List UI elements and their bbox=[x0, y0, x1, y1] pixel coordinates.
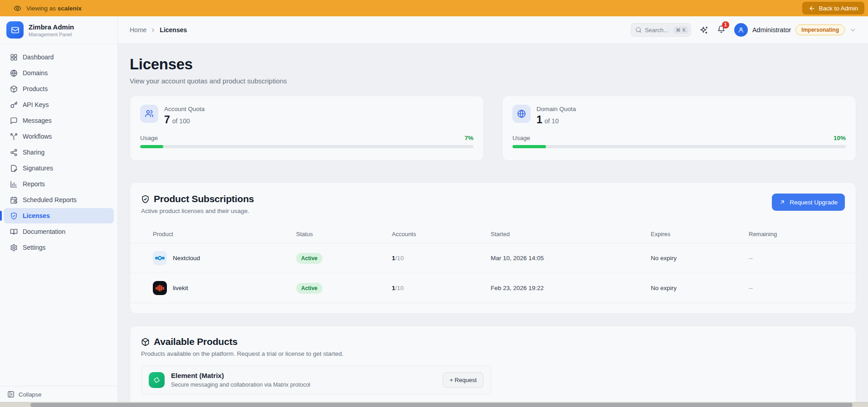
chevron-right-icon bbox=[150, 27, 156, 33]
package-icon bbox=[141, 338, 150, 346]
chevron-down-icon bbox=[849, 27, 856, 34]
sidebar-menu: Dashboard Domains Products API Keys Mess… bbox=[0, 44, 117, 386]
share-icon bbox=[10, 149, 18, 156]
search-shortcut-kbd: ⌘ K bbox=[673, 26, 688, 34]
breadcrumb-home-link[interactable]: Home bbox=[130, 26, 146, 34]
horizontal-scrollbar bbox=[0, 402, 868, 407]
accounts-total: /10 bbox=[395, 285, 404, 291]
sidebar-item-scheduled-reports[interactable]: Scheduled Reports bbox=[4, 192, 114, 208]
page-subtitle: View your account quotas and product sub… bbox=[130, 77, 856, 85]
livekit-logo-icon bbox=[153, 281, 167, 295]
sidebar-item-label: Signatures bbox=[23, 165, 53, 172]
quota-cards: Account Quota 7of 100 Usage 7% bbox=[130, 96, 856, 161]
nextcloud-logo-icon bbox=[153, 251, 167, 265]
arrow-up-right-icon bbox=[779, 199, 785, 205]
search-placeholder: Search... bbox=[645, 27, 668, 34]
element-logo-icon bbox=[149, 372, 165, 388]
col-status: Status bbox=[296, 231, 392, 237]
topbar: Home Licenses Search... ⌘ K 1 bbox=[118, 16, 868, 44]
panel-collapse-icon bbox=[7, 391, 15, 398]
sidebar-item-domains[interactable]: Domains bbox=[4, 65, 114, 81]
expires-cell: No expiry bbox=[651, 255, 749, 262]
status-badge: Active bbox=[296, 283, 322, 294]
sidebar-item-signatures[interactable]: Signatures bbox=[4, 160, 114, 176]
app-subtitle: Management Panel bbox=[29, 32, 74, 37]
search-input[interactable]: Search... ⌘ K bbox=[631, 23, 691, 37]
progress-fill bbox=[140, 145, 163, 148]
sidebar-item-label: Settings bbox=[23, 244, 46, 251]
gear-icon bbox=[10, 244, 18, 252]
mail-icon bbox=[11, 26, 20, 34]
col-expires: Expires bbox=[651, 231, 749, 237]
sidebar-item-workflows[interactable]: Workflows bbox=[4, 129, 114, 144]
domain-quota-card: Domain Quota 1of 10 Usage 10% bbox=[502, 96, 856, 161]
assistant-button[interactable] bbox=[700, 26, 708, 34]
eye-icon bbox=[14, 5, 21, 12]
shield-check-icon bbox=[10, 212, 18, 220]
horizontal-scrollbar-thumb[interactable] bbox=[30, 403, 853, 407]
sidebar-item-settings[interactable]: Settings bbox=[4, 240, 114, 255]
app-logo-row: Zimbra Admin Management Panel bbox=[0, 16, 117, 44]
app-logo bbox=[6, 21, 24, 39]
user-menu[interactable]: Administrator Impersonating bbox=[734, 23, 856, 37]
available-product-card: Element (Matrix) Secure messaging and co… bbox=[141, 365, 491, 394]
started-cell: Feb 23, 2026 19:22 bbox=[491, 285, 651, 291]
split-icon bbox=[10, 133, 18, 141]
page-title: Licenses bbox=[130, 56, 856, 73]
table-row[interactable]: Nextcloud Active 1/10 Mar 10, 2026 14:05… bbox=[130, 243, 856, 273]
sidebar-item-messages[interactable]: Messages bbox=[4, 113, 114, 128]
quota-value: 1of 10 bbox=[536, 114, 576, 126]
started-cell: Mar 10, 2026 14:05 bbox=[491, 255, 651, 262]
section-title: Product Subscriptions bbox=[154, 194, 254, 204]
sidebar-item-label: Reports bbox=[23, 180, 45, 188]
usage-label: Usage bbox=[512, 135, 530, 141]
sidebar-item-reports[interactable]: Reports bbox=[4, 176, 114, 192]
users-icon bbox=[140, 105, 158, 123]
bar-chart-icon bbox=[10, 180, 18, 188]
section-subtitle: Products available on the platform. Requ… bbox=[141, 350, 845, 357]
request-product-button[interactable]: + Request bbox=[443, 372, 483, 388]
shield-check-icon bbox=[141, 195, 150, 204]
request-upgrade-button[interactable]: Request Upgrade bbox=[772, 194, 845, 211]
search-icon bbox=[635, 27, 642, 33]
impersonation-banner: Viewing as scalenix Back to Admin bbox=[0, 0, 868, 16]
avatar bbox=[734, 23, 748, 37]
sidebar-item-sharing[interactable]: Sharing bbox=[4, 145, 114, 160]
section-subtitle: Active product licenses and their usage. bbox=[141, 208, 254, 214]
quota-label: Account Quota bbox=[164, 105, 205, 112]
product-name: livekit bbox=[173, 285, 188, 291]
usage-percent: 10% bbox=[834, 135, 846, 141]
progress-track bbox=[512, 145, 846, 148]
available-products-panel: Available Products Products available on… bbox=[130, 326, 856, 407]
progress-fill bbox=[512, 145, 546, 148]
accounts-used: 1 bbox=[392, 255, 395, 262]
sidebar-item-documentation[interactable]: Documentation bbox=[4, 224, 114, 239]
sidebar-item-api-keys[interactable]: API Keys bbox=[4, 97, 114, 112]
sidebar-item-label: Dashboard bbox=[23, 53, 54, 61]
collapse-label: Collapse bbox=[19, 391, 42, 398]
table-row[interactable]: livekit Active 1/10 Feb 23, 2026 19:22 N… bbox=[130, 273, 856, 303]
quota-value: 7of 100 bbox=[164, 114, 205, 126]
notification-count-badge: 1 bbox=[722, 21, 729, 29]
sidebar-item-label: Scheduled Reports bbox=[23, 196, 77, 204]
col-product: Product bbox=[142, 231, 296, 237]
col-remaining: Remaining bbox=[749, 231, 844, 237]
account-quota-card: Account Quota 7of 100 Usage 7% bbox=[130, 96, 484, 161]
calendar-clock-icon bbox=[10, 196, 18, 204]
sidebar: Zimbra Admin Management Panel Dashboard … bbox=[0, 16, 118, 407]
col-accounts: Accounts bbox=[392, 231, 491, 237]
arrow-left-icon bbox=[809, 5, 815, 12]
file-pen-icon bbox=[10, 165, 18, 172]
key-icon bbox=[10, 101, 18, 109]
sidebar-item-licenses[interactable]: Licenses bbox=[4, 208, 114, 223]
globe-icon bbox=[10, 69, 18, 77]
product-description: Secure messaging and collaboration via M… bbox=[171, 382, 310, 388]
back-to-admin-button[interactable]: Back to Admin bbox=[802, 2, 864, 15]
package-icon bbox=[10, 85, 18, 93]
sidebar-item-products[interactable]: Products bbox=[4, 81, 114, 97]
active-indicator bbox=[0, 211, 2, 221]
globe-icon bbox=[512, 105, 531, 123]
sidebar-item-dashboard[interactable]: Dashboard bbox=[4, 49, 114, 65]
product-subscriptions-panel: Product Subscriptions Active product lic… bbox=[130, 182, 856, 314]
status-badge: Active bbox=[296, 253, 322, 264]
